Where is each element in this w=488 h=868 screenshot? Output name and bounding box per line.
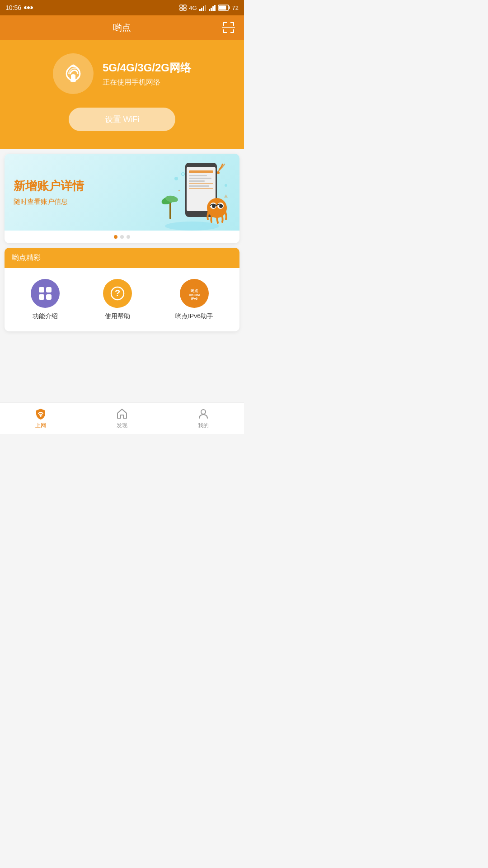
features-section: 哟点精彩 功能介绍 ? 使用帮助: [5, 248, 239, 331]
nav-item-online[interactable]: 上网: [0, 407, 81, 429]
banner-text: 新增账户详情 随时查看账户信息: [14, 178, 84, 206]
banner-headline: 新增账户详情: [14, 178, 84, 194]
nav-label-mine: 我的: [198, 422, 209, 429]
svg-rect-36: [169, 201, 171, 219]
feature-label-ipv6: 哟点IPv6助手: [175, 312, 213, 321]
svg-text:DrCOM: DrCOM: [189, 293, 200, 297]
svg-rect-14: [219, 6, 226, 10]
home-icon: [116, 407, 128, 420]
banner-wrapper: 新增账户详情 随时查看账户信息: [5, 154, 239, 243]
svg-rect-0: [180, 5, 183, 7]
svg-rect-7: [205, 5, 206, 11]
network-text: 5G/4G/3G/2G网络 正在使用手机网络: [103, 61, 191, 87]
dot-2: [120, 235, 124, 239]
svg-point-45: [225, 184, 227, 187]
ipv6-icon: 哟点 DrCOM IPv6: [180, 279, 209, 308]
svg-point-47: [182, 173, 184, 175]
nav-item-discover[interactable]: 发现: [81, 407, 163, 429]
copy-icon: [179, 5, 187, 11]
banner-dots: [5, 231, 239, 243]
svg-rect-6: [203, 6, 204, 11]
person-icon: [197, 407, 210, 420]
bottom-nav: 上网 发现 我的: [0, 402, 244, 434]
svg-rect-10: [212, 6, 214, 11]
svg-rect-51: [46, 294, 52, 300]
wifi-shield-icon: [34, 407, 47, 420]
status-right: 4G 72: [179, 5, 239, 11]
dot-1: [114, 235, 117, 239]
svg-rect-27: [189, 170, 213, 173]
svg-rect-50: [39, 294, 44, 300]
signal-bars-icon: [199, 5, 206, 11]
feature-item-ipv6[interactable]: 哟点 DrCOM IPv6 哟点IPv6助手: [175, 279, 213, 321]
svg-point-34: [217, 171, 220, 174]
svg-text:?: ?: [115, 288, 120, 298]
svg-point-44: [174, 177, 178, 180]
banner-illustration: [149, 160, 235, 231]
scan-button[interactable]: [222, 21, 235, 34]
svg-text:IPv6: IPv6: [191, 297, 198, 300]
svg-rect-49: [46, 287, 52, 292]
telecom-logo: [53, 53, 94, 94]
features-grid: 功能介绍 ? 使用帮助 哟点 DrCOM IPv6: [5, 268, 239, 331]
dot-3: [127, 235, 130, 239]
svg-rect-9: [211, 8, 212, 11]
signal-bars2-icon: [209, 5, 216, 11]
svg-rect-29: [189, 178, 211, 179]
wifi-setup-button[interactable]: 设置 WiFi: [69, 108, 176, 131]
svg-rect-31: [189, 183, 213, 184]
svg-point-58: [40, 415, 42, 417]
svg-rect-20: [223, 29, 224, 33]
feature-label-help: 使用帮助: [105, 312, 130, 321]
svg-text:哟点: 哟点: [191, 289, 198, 293]
nav-label-discover: 发现: [117, 422, 127, 429]
svg-rect-28: [189, 175, 207, 176]
svg-rect-8: [209, 9, 210, 11]
svg-point-35: [165, 222, 219, 231]
hero-section: 5G/4G/3G/2G网络 正在使用手机网络 设置 WiFi: [0, 40, 244, 149]
network-info: 5G/4G/3G/2G网络 正在使用手机网络: [53, 53, 191, 94]
svg-rect-33: [189, 188, 213, 189]
battery-percent: 72: [232, 5, 239, 11]
top-bar: 哟点: [0, 15, 244, 40]
svg-rect-48: [39, 287, 44, 292]
time-display: 10:56: [5, 4, 21, 11]
svg-rect-23: [222, 27, 235, 28]
features-header: 哟点精彩: [5, 248, 239, 268]
feature-item-help[interactable]: ? 使用帮助: [103, 279, 132, 321]
svg-marker-46: [224, 194, 228, 198]
network-title: 5G/4G/3G/2G网络: [103, 61, 191, 75]
banner-subtext: 随时查看账户信息: [14, 198, 84, 206]
feature-label-intro: 功能介绍: [33, 312, 58, 321]
svg-rect-5: [201, 8, 202, 11]
svg-rect-18: [233, 22, 234, 26]
feature-item-intro[interactable]: 功能介绍: [31, 279, 60, 321]
network-subtitle: 正在使用手机网络: [103, 78, 191, 87]
app-title: 哟点: [113, 22, 131, 34]
grid-icon: [31, 279, 60, 308]
svg-rect-32: [189, 185, 209, 187]
nav-label-online: 上网: [35, 422, 46, 429]
infinity-icon: [24, 5, 33, 11]
features-title: 哟点精彩: [12, 254, 41, 261]
status-bar: 10:56 4G 72: [0, 0, 244, 15]
svg-rect-4: [199, 9, 201, 11]
nav-item-mine[interactable]: 我的: [163, 407, 244, 429]
svg-rect-30: [189, 180, 205, 182]
battery-icon: [218, 5, 230, 11]
signal-4g: 4G: [189, 5, 197, 11]
help-icon: ?: [103, 279, 132, 308]
status-left: 10:56: [5, 4, 33, 11]
svg-rect-2: [180, 8, 183, 10]
svg-rect-22: [233, 29, 234, 33]
svg-rect-16: [223, 22, 224, 26]
banner[interactable]: 新增账户详情 随时查看账户信息: [5, 154, 239, 231]
svg-rect-3: [183, 8, 186, 10]
svg-point-59: [201, 410, 206, 414]
svg-rect-13: [229, 6, 230, 9]
svg-rect-11: [214, 5, 216, 11]
svg-rect-1: [183, 5, 186, 7]
